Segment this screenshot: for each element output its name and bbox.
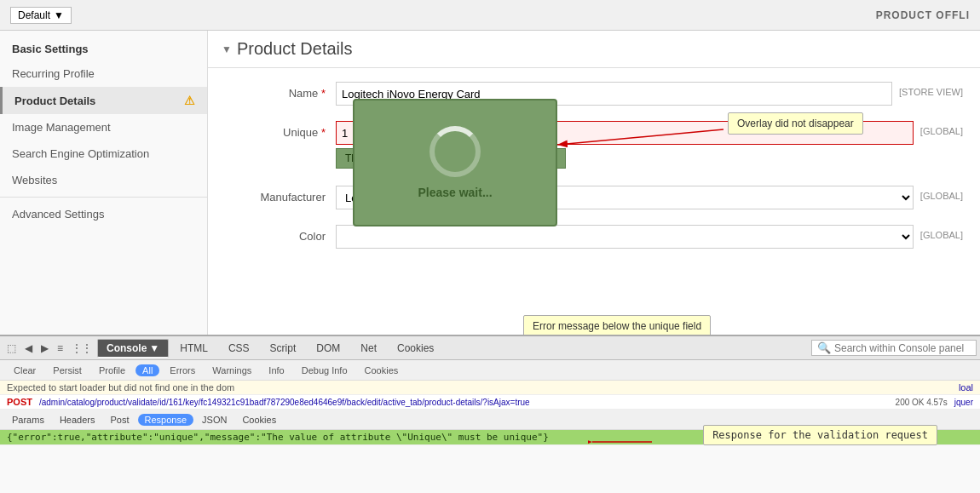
devtools-filter-bar: Clear Persist Profile All Errors Warning… [0, 360, 980, 381]
top-bar-left: Default ▼ [10, 7, 72, 24]
filter-clear[interactable]: Clear [7, 364, 43, 376]
devtools-panel: ⬚ ◀ ▶ ≡ ⋮⋮ Console ▼ HTML CSS Script DOM… [0, 335, 980, 493]
load-link[interactable]: loal [959, 382, 973, 393]
color-label: Color [225, 225, 336, 243]
manufacturer-label: Manufacturer [225, 186, 336, 204]
main-layout: Basic Settings Recurring Profile Product… [0, 31, 980, 335]
sidebar-item-label: Advanced Settings [12, 208, 104, 221]
unique-label: Unique * [225, 121, 336, 139]
section-header: ▼ Product Details [208, 31, 980, 68]
name-scope-label: [STORE VIEW] [892, 82, 963, 97]
sub-tab-json[interactable]: JSON [195, 414, 233, 426]
content-area: ▼ Product Details Please wait... Overlay… [208, 31, 980, 335]
color-scope-label: [GLOBAL] [914, 225, 963, 240]
unique-required-star: * [321, 126, 326, 139]
console-tab-label: Console [107, 342, 147, 354]
tab-cookies[interactable]: Cookies [388, 339, 443, 358]
post-label: POST [7, 397, 32, 407]
filter-cookies[interactable]: Cookies [358, 364, 406, 376]
section-toggle-icon[interactable]: ▼ [222, 43, 232, 55]
tab-console[interactable]: Console ▼ [97, 339, 169, 358]
filter-info[interactable]: Info [262, 364, 291, 376]
devtools-search-box: 🔍 [811, 340, 977, 356]
filter-errors[interactable]: Errors [163, 364, 202, 376]
sub-tab-response[interactable]: Response [138, 414, 194, 426]
color-select[interactable] [336, 225, 914, 249]
filter-warnings[interactable]: Warnings [205, 364, 258, 376]
sidebar-item-product-details[interactable]: Product Details ⚠ [0, 87, 207, 114]
top-bar: Default ▼ PRODUCT OFFLI [0, 0, 980, 31]
sidebar-item-advanced-settings[interactable]: Advanced Settings [0, 201, 207, 227]
console-warning-line: Expected to start loader but did not fin… [0, 381, 980, 395]
sidebar-item-label: Recurring Profile [12, 67, 95, 80]
tab-script[interactable]: Script [261, 339, 306, 358]
sidebar: Basic Settings Recurring Profile Product… [0, 31, 208, 335]
color-input-wrap [336, 225, 914, 249]
sidebar-item-label: Search Engine Optimization [12, 147, 149, 160]
response-text: {"error":true,"attribute":"unique","mess… [7, 432, 549, 443]
post-status: 200 OK 4.57s [896, 398, 948, 407]
devtools-search-input[interactable] [834, 342, 971, 354]
devtools-inspect-icon[interactable]: ⬚ [3, 341, 20, 356]
default-dropdown[interactable]: Default ▼ [10, 7, 72, 24]
console-response-line: {"error":true,"attribute":"unique","mess… [0, 430, 980, 445]
manufacturer-row: Manufacturer Logitech [GLOBAL] [225, 186, 963, 211]
sub-tab-headers[interactable]: Headers [53, 414, 102, 426]
tab-dom[interactable]: DOM [307, 339, 349, 358]
filter-persist[interactable]: Persist [46, 364, 89, 376]
devtools-back-icon[interactable]: ◀ [21, 341, 36, 356]
tab-html[interactable]: HTML [170, 339, 217, 358]
overlay-annotation: Overlay did not disappear [728, 112, 863, 135]
name-label: Name * [225, 82, 336, 100]
sidebar-item-recurring-profile[interactable]: Recurring Profile [0, 60, 207, 87]
console-warning-text: Expected to start loader but did not fin… [7, 382, 234, 393]
sidebar-divider [0, 197, 207, 198]
sub-tab-params[interactable]: Params [5, 414, 51, 426]
sidebar-item-image-management[interactable]: Image Management [0, 114, 207, 140]
console-log-area: Expected to start loader but did not fin… [0, 381, 980, 493]
sidebar-item-label: Product Details [14, 95, 95, 107]
form-area: Please wait... Overlay did not disappear [208, 68, 980, 278]
loading-overlay: Please wait... [353, 99, 557, 226]
overlay-text: Please wait... [418, 186, 492, 199]
filter-debug[interactable]: Debug Info [295, 364, 355, 376]
sidebar-item-seo[interactable]: Search Engine Optimization [0, 140, 207, 167]
warning-icon: ⚠ [184, 94, 195, 107]
sidebar-item-label: Image Management [12, 121, 111, 134]
response-arrow-svg [588, 433, 656, 450]
devtools-expand-icon[interactable]: ⋮⋮ [68, 341, 95, 356]
default-label: Default [18, 9, 50, 21]
tab-css[interactable]: CSS [219, 339, 259, 358]
tab-net[interactable]: Net [351, 339, 386, 358]
filter-profile[interactable]: Profile [92, 364, 132, 376]
post-lib: jquer [954, 398, 973, 407]
search-icon: 🔍 [817, 341, 831, 354]
sidebar-item-websites[interactable]: Websites [0, 167, 207, 193]
spinner [429, 126, 481, 177]
basic-settings-title[interactable]: Basic Settings [0, 34, 207, 60]
color-row: Color [GLOBAL] [225, 225, 963, 250]
sidebar-item-label: Websites [12, 174, 57, 186]
error-annotation: Error message below the unique field [523, 315, 711, 335]
section-title: Product Details [237, 39, 353, 59]
sub-tab-post[interactable]: Post [103, 414, 135, 426]
filter-all[interactable]: All [135, 364, 159, 376]
devtools-inspect2-icon[interactable]: ≡ [54, 341, 66, 356]
sub-tab-cookies[interactable]: Cookies [235, 414, 283, 426]
product-status: PRODUCT OFFLI [876, 9, 970, 21]
response-annotation: Response for the validation request [703, 425, 937, 445]
console-post-line: POST /admin/catalog/product/validate/id/… [0, 395, 980, 410]
spinner-circle [429, 126, 481, 177]
name-row: Name * [STORE VIEW] [225, 82, 963, 107]
devtools-forward-icon[interactable]: ▶ [37, 341, 52, 356]
devtools-tabs-bar: ⬚ ◀ ▶ ≡ ⋮⋮ Console ▼ HTML CSS Script DOM… [0, 336, 980, 360]
dropdown-arrow-icon: ▼ [54, 9, 64, 21]
post-url[interactable]: /admin/catalog/product/validate/id/161/k… [39, 398, 889, 407]
console-dropdown-icon: ▼ [149, 342, 159, 354]
unique-scope-label: [GLOBAL] [914, 121, 963, 136]
name-required-star: * [321, 87, 326, 100]
manufacturer-scope-label: [GLOBAL] [914, 186, 963, 201]
